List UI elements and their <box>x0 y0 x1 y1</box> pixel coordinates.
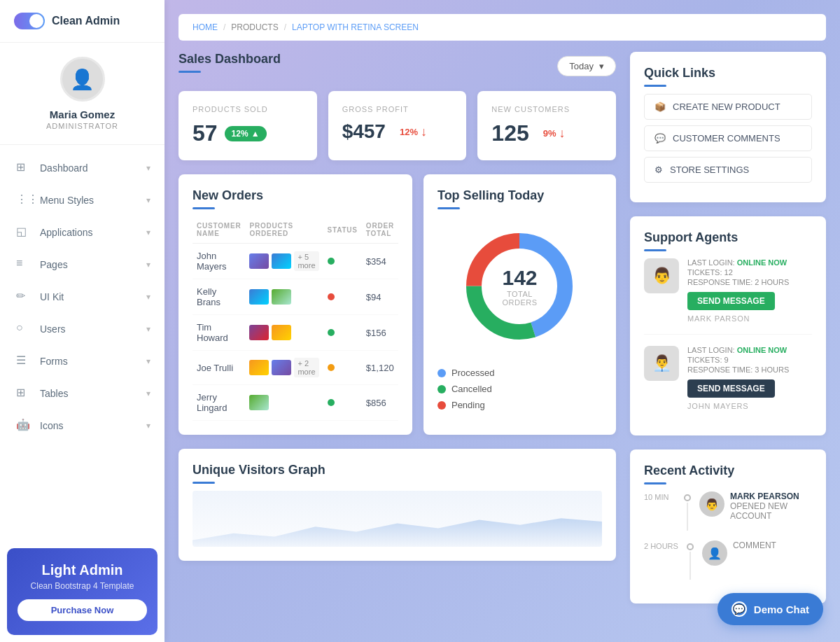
quick-links-title: Quick Links <box>644 66 812 87</box>
logo-toggle-circle <box>29 14 43 28</box>
legend-cancelled: Cancelled <box>438 384 602 394</box>
customer-name: Jerry Lingard <box>192 385 245 421</box>
activity-text: COMMENT <box>733 540 776 550</box>
breadcrumb-home[interactable]: HOME <box>192 22 218 32</box>
quick-links-list: 📦CREATE NEW PRODUCT💬CUSTOMER COMMENTS⚙ST… <box>644 94 812 183</box>
sidebar-item-ui-kit[interactable]: ✏ UI Kit ▾ <box>0 281 164 313</box>
sidebar-item-icons[interactable]: 🤖 Icons ▾ <box>0 410 164 442</box>
agent-response-time: RESPONSE TIME: 2 HOURS <box>687 278 812 286</box>
order-total: $94 <box>362 279 398 315</box>
activity-dot <box>684 494 691 501</box>
logo-toggle[interactable] <box>14 13 45 29</box>
agent-login-status: LAST LOGIN: ONLINE NOW <box>687 346 812 354</box>
nav-label: Tables <box>40 388 68 399</box>
profile-role: ADMINISTRATOR <box>46 122 118 130</box>
breadcrumb: HOME / PRODUCTS / LAPTOP WITH RETINA SCR… <box>178 14 826 41</box>
agent-item: 👨‍💼 LAST LOGIN: ONLINE NOW TICKETS: 9 RE… <box>644 346 812 421</box>
agent-tickets: TICKETS: 12 <box>687 268 812 277</box>
order-status <box>323 385 362 421</box>
avatar: 👤 <box>60 57 105 102</box>
quick-link-button[interactable]: 💬CUSTOMER COMMENTS <box>644 125 812 151</box>
stat-label-products-sold: PRODUCTS SOLD <box>192 105 303 113</box>
orders-selling-section: New Orders CUSTOMER NAME PRODUCTS ORDERE… <box>178 174 616 435</box>
quick-link-label: STORE SETTINGS <box>670 165 749 175</box>
sidebar-item-pages[interactable]: ≡ Pages ▾ <box>0 249 164 281</box>
sidebar-logo: Clean Admin <box>0 0 164 43</box>
agent-tickets: TICKETS: 9 <box>687 356 812 364</box>
support-agents-title: Support Agents <box>644 230 812 251</box>
order-status <box>323 279 362 315</box>
col-products-ordered: PRODUCTS ORDERED <box>245 216 323 244</box>
recent-activity-title: Recent Activity <box>644 463 812 484</box>
menu-icon: ⋮⋮ <box>16 193 31 208</box>
send-message-button[interactable]: SEND MESSAGE <box>687 379 775 398</box>
sidebar-item-dashboard[interactable]: ⊞ Dashboard ▾ <box>0 152 164 184</box>
sidebar-nav: ⊞ Dashboard ▾ ⋮⋮ Menu Styles ▾ ◱ Applica… <box>0 145 164 541</box>
products-ordered: + 2 more <box>245 351 323 385</box>
sidebar: Clean Admin 👤 Maria Gomez ADMINISTRATOR … <box>0 0 164 642</box>
legend-dot-processed <box>438 369 446 377</box>
table-row: Joe Trulli + 2 more $1,120 <box>192 351 398 385</box>
order-total: $1,120 <box>362 351 398 385</box>
new-orders-card: New Orders CUSTOMER NAME PRODUCTS ORDERE… <box>178 174 412 435</box>
activity-text: MARK PEARSON OPENED NEW ACCOUNT <box>730 491 812 521</box>
apps-icon: ◱ <box>16 225 31 240</box>
content-grid: Sales Dashboard Today ▾ PRODUCTS SOLD 57… <box>178 52 826 603</box>
demo-chat-button[interactable]: 💬 Demo Chat <box>718 593 823 625</box>
sidebar-item-menu-styles[interactable]: ⋮⋮ Menu Styles ▾ <box>0 184 164 216</box>
donut-center: 142 TOTAL ORDERS <box>488 266 551 307</box>
sidebar-item-users[interactable]: ○ Users ▾ <box>0 313 164 345</box>
pages-icon: ≡ <box>16 257 31 272</box>
col-order-total: ORDER TOTAL <box>362 216 398 244</box>
activity-time: 2 HOURS <box>644 542 678 550</box>
sidebar-item-tables[interactable]: ⊞ Tables ▾ <box>0 377 164 410</box>
nav-arrow: ▾ <box>146 292 150 302</box>
customer-name: Joe Trulli <box>192 351 245 385</box>
stat-card-products-sold: PRODUCTS SOLD 57 12% ▲ <box>178 91 317 160</box>
support-agents-card: Support Agents 👨 LAST LOGIN: ONLINE NOW … <box>630 216 826 435</box>
main-content: HOME / PRODUCTS / LAPTOP WITH RETINA SCR… <box>164 0 840 642</box>
activity-line <box>687 503 688 531</box>
donut-legend: Processed Cancelled Pending <box>438 368 602 416</box>
legend-pending: Pending <box>438 400 602 410</box>
table-row: Kelly Brans $94 <box>192 279 398 315</box>
stat-badge-products-sold: 12% ▲ <box>225 126 267 141</box>
activity-item: 2 HOURS 👤 COMMENT <box>644 540 812 580</box>
breadcrumb-products[interactable]: PRODUCTS <box>231 22 278 32</box>
nav-arrow: ▾ <box>146 228 150 237</box>
send-message-button[interactable]: SEND MESSAGE <box>687 292 775 310</box>
activity-dot <box>687 543 694 550</box>
sidebar-item-forms[interactable]: ☰ Forms ▾ <box>0 345 164 377</box>
dashboard-icon: ⊞ <box>16 160 31 176</box>
activity-list: 10 MIN 👨 MARK PEARSON OPENED NEW ACCOUNT… <box>644 491 812 580</box>
logo-text: Clean Admin <box>52 15 120 27</box>
agent-item: 👨 LAST LOGIN: ONLINE NOW TICKETS: 12 RES… <box>644 258 812 335</box>
stat-card-new-customers: NEW CUSTOMERS 125 9% ↓ <box>477 91 616 160</box>
nav-label: Icons <box>40 420 63 431</box>
nav-label: UI Kit <box>40 291 64 302</box>
table-row: Jerry Lingard $856 <box>192 385 398 421</box>
quick-link-button[interactable]: ⚙STORE SETTINGS <box>644 157 812 183</box>
agent-name: JOHN MAYERS <box>687 402 812 410</box>
stat-label-gross-profit: GROSS PROFIT <box>342 105 453 113</box>
recent-activity-card: Recent Activity 10 MIN 👨 MARK PEARSON OP… <box>630 449 826 603</box>
legend-dot-pending <box>438 401 446 410</box>
purchase-now-button[interactable]: Purchase Now <box>18 599 147 621</box>
nav-label: Dashboard <box>40 162 88 174</box>
legend-dot-cancelled <box>438 385 446 393</box>
nav-arrow: ▾ <box>146 356 150 366</box>
agents-list: 👨 LAST LOGIN: ONLINE NOW TICKETS: 12 RES… <box>644 258 812 421</box>
date-select[interactable]: Today ▾ <box>557 56 616 76</box>
orders-table: CUSTOMER NAME PRODUCTS ORDERED STATUS OR… <box>192 216 398 421</box>
customer-name: Tim Howard <box>192 315 245 351</box>
sidebar-item-applications[interactable]: ◱ Applications ▾ <box>0 216 164 249</box>
quick-link-button[interactable]: 📦CREATE NEW PRODUCT <box>644 94 812 120</box>
agent-login-status: LAST LOGIN: ONLINE NOW <box>687 258 812 267</box>
right-column: Quick Links 📦CREATE NEW PRODUCT💬CUSTOMER… <box>630 52 826 603</box>
donut-chart: 142 TOTAL ORDERS <box>456 223 582 349</box>
quick-link-icon: 💬 <box>654 133 666 144</box>
order-total: $856 <box>362 385 398 421</box>
sales-dashboard-section: Sales Dashboard Today ▾ PRODUCTS SOLD 57… <box>178 52 616 160</box>
quick-link-label: CREATE NEW PRODUCT <box>673 102 780 112</box>
sidebar-promo: Light Admin Clean Bootstrap 4 Template P… <box>7 548 158 635</box>
